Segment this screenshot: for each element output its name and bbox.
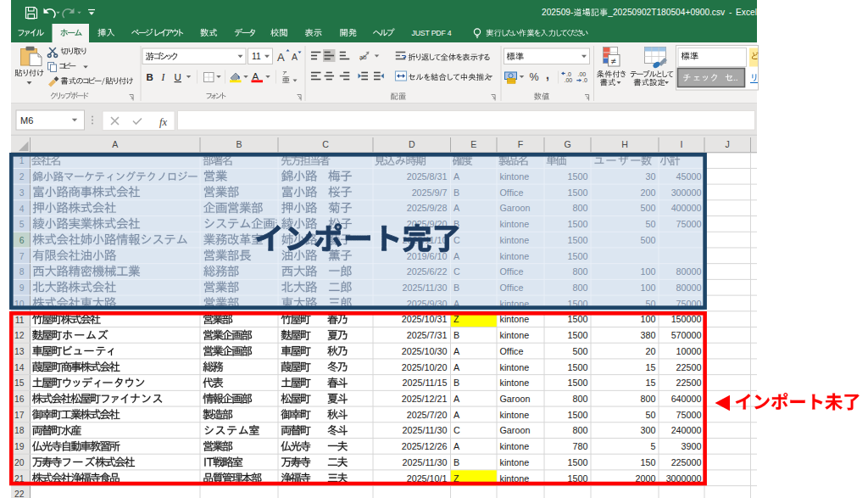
svg-text:500: 500: [641, 235, 656, 245]
svg-text:A: A: [253, 71, 259, 81]
svg-text:A: A: [112, 139, 119, 149]
svg-text:.00: .00: [565, 77, 573, 83]
svg-text:A: A: [453, 346, 460, 356]
svg-text:B: B: [453, 457, 459, 467]
svg-text:2025/6/22: 2025/6/22: [407, 266, 448, 277]
svg-text:2: 2: [19, 172, 25, 182]
svg-text:B: B: [453, 283, 459, 293]
svg-text:11: 11: [252, 52, 261, 61]
svg-text:200: 200: [641, 187, 656, 198]
svg-text:5: 5: [19, 220, 25, 229]
svg-text:800: 800: [573, 394, 588, 404]
svg-text:20: 20: [14, 458, 25, 467]
svg-text:Garoon: Garoon: [500, 394, 531, 404]
svg-text:2025/9/28: 2025/9/28: [407, 203, 448, 213]
svg-text:3: 3: [19, 188, 25, 198]
svg-text:2025/11/30: 2025/11/30: [402, 457, 447, 467]
svg-text:.0: .0: [582, 77, 587, 83]
svg-text:640000: 640000: [671, 394, 702, 404]
svg-text:B: B: [453, 330, 459, 340]
svg-text:500: 500: [641, 203, 656, 213]
svg-text:E: E: [470, 139, 476, 149]
svg-text:B: B: [236, 139, 242, 149]
svg-text:JUST PDF 4: JUST PDF 4: [412, 29, 452, 37]
svg-text:2025/11/30: 2025/11/30: [402, 283, 447, 293]
svg-text:22: 22: [14, 490, 25, 498]
svg-text:75000: 75000: [676, 410, 702, 420]
svg-text:kintone: kintone: [500, 235, 530, 245]
svg-text:1500: 1500: [568, 219, 588, 229]
svg-text:_20250902T180504+0900.csv: _20250902T180504+0900.csv: [607, 8, 726, 17]
svg-text:2025/7/31: 2025/7/31: [407, 330, 448, 340]
svg-text:100: 100: [641, 314, 656, 324]
svg-text:.00: .00: [578, 71, 587, 77]
svg-text:1: 1: [19, 156, 25, 165]
svg-text:2025/8/31: 2025/8/31: [407, 171, 448, 182]
svg-text:1500: 1500: [568, 187, 588, 198]
svg-text:A: A: [277, 51, 285, 64]
svg-text:50: 50: [646, 410, 656, 420]
svg-text:2025/12/26: 2025/12/26: [402, 441, 448, 451]
svg-text:240000: 240000: [671, 425, 702, 435]
svg-text:B: B: [147, 72, 153, 82]
svg-text:C: C: [322, 139, 329, 149]
svg-text:kintone: kintone: [500, 219, 530, 229]
svg-text:ab: ab: [359, 53, 366, 61]
svg-text:1500: 1500: [568, 235, 588, 245]
svg-text:20: 20: [646, 346, 656, 356]
svg-text:C: C: [453, 235, 460, 245]
svg-text:80000: 80000: [676, 283, 702, 293]
svg-text:100: 100: [641, 266, 656, 277]
svg-text:30: 30: [646, 171, 656, 182]
svg-text:150000: 150000: [671, 314, 702, 324]
svg-text:B: B: [453, 378, 459, 388]
svg-text:1500: 1500: [568, 251, 588, 261]
svg-text:16: 16: [14, 394, 25, 404]
svg-text:Z: Z: [453, 314, 459, 324]
svg-text:A: A: [453, 362, 460, 372]
svg-text:800: 800: [573, 203, 588, 213]
svg-text:G: G: [564, 139, 570, 149]
svg-text:D: D: [409, 139, 415, 149]
svg-text:2025/10/30: 2025/10/30: [402, 346, 448, 356]
svg-text:100: 100: [641, 283, 656, 293]
svg-text:11: 11: [15, 316, 25, 325]
svg-text:F: F: [518, 139, 524, 149]
svg-text:1500: 1500: [568, 410, 588, 420]
svg-text:300: 300: [641, 425, 656, 435]
svg-text:kintone: kintone: [500, 410, 530, 420]
svg-text:I: I: [681, 139, 683, 149]
svg-text:15: 15: [14, 378, 25, 388]
svg-text:A: A: [453, 251, 460, 261]
svg-text:A: A: [453, 203, 460, 213]
svg-text:1500: 1500: [568, 378, 588, 388]
svg-text:2025/7/20: 2025/7/20: [407, 410, 448, 420]
svg-text:C: C: [453, 425, 460, 435]
svg-text:1500: 1500: [568, 314, 588, 324]
svg-text:A: A: [453, 410, 460, 420]
svg-text:kintone: kintone: [500, 378, 530, 388]
svg-text:18: 18: [14, 426, 25, 435]
svg-text:A: A: [453, 394, 460, 404]
svg-text:15: 15: [646, 378, 656, 388]
svg-text:13: 13: [14, 347, 25, 356]
svg-text:Office: Office: [500, 266, 524, 277]
svg-text:7: 7: [19, 252, 25, 261]
svg-text:3900: 3900: [682, 441, 702, 451]
svg-text:kintone: kintone: [500, 457, 530, 467]
svg-text:1500: 1500: [568, 330, 588, 340]
svg-text:22500: 22500: [676, 378, 702, 388]
svg-text:,: ,: [546, 68, 549, 81]
svg-text:780: 780: [573, 441, 588, 451]
svg-text:800: 800: [573, 266, 588, 277]
svg-text:Excel: Excel: [736, 8, 757, 17]
svg-text:150: 150: [641, 457, 656, 467]
svg-text:≠: ≠: [611, 56, 616, 66]
svg-text:2025/11/30: 2025/11/30: [402, 425, 447, 435]
svg-text:Garoon: Garoon: [500, 203, 531, 213]
svg-text:380: 380: [641, 330, 656, 340]
svg-text:M6: M6: [20, 115, 33, 126]
svg-text:Garoon: Garoon: [500, 425, 531, 435]
svg-text:A: A: [453, 171, 460, 182]
svg-text:15: 15: [646, 362, 656, 372]
